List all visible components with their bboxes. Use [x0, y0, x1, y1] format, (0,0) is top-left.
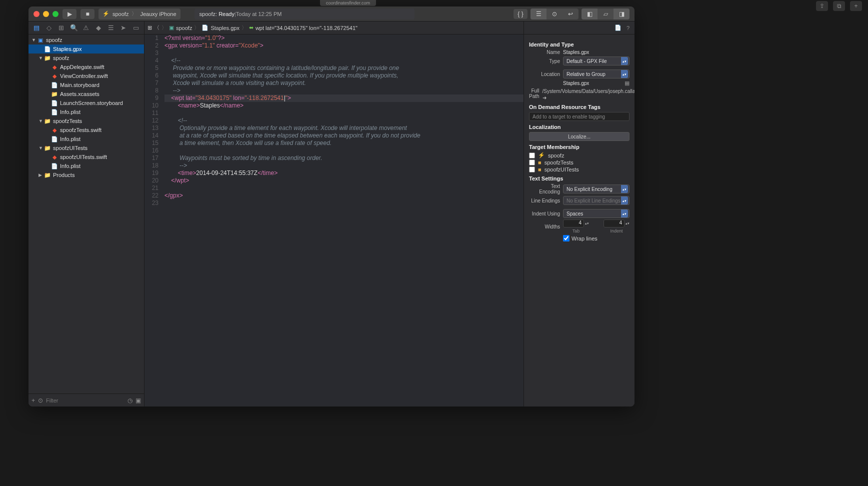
project-navigator-tab[interactable]: ▤ — [32, 24, 41, 32]
assistant-editor-button[interactable]: ⊙ — [546, 8, 562, 20]
tree-item[interactable]: 📄Info.plist — [28, 134, 144, 144]
text-encoding-select[interactable]: No Explicit Encoding▴▾ — [563, 184, 630, 194]
choose-location-icon[interactable]: ▦ — [624, 80, 630, 86]
filter-bar: + ⊙ ◷ ▣ — [28, 394, 144, 406]
tree-item[interactable]: 📁Assets.xcassets — [28, 90, 144, 98]
traffic-lights — [34, 11, 58, 17]
forward-button[interactable]: 〉 — [162, 24, 167, 32]
inspector-tabs: 📄 ? — [524, 22, 634, 34]
reveal-icon[interactable]: ➜ — [542, 95, 546, 100]
xcode-window: ▶ ■ ⚡ spoofz 〉 Jeauxy iPhone spoofz: Rea… — [28, 6, 634, 406]
scheme-selector[interactable]: ⚡ spoofz 〉 Jeauxy iPhone — [98, 8, 180, 20]
titlebar: ▶ ■ ⚡ spoofz 〉 Jeauxy iPhone spoofz: Rea… — [28, 6, 634, 22]
tree-item[interactable]: ◆AppDelegate.swift — [28, 62, 144, 72]
navigator-sidebar: ▤ ◇ ⊞ 🔍 ⚠ ◆ ☰ ➤ ▭ ▼▣spoofz📄Staples.gpx▼📁… — [28, 22, 144, 406]
find-navigator-tab[interactable]: 🔍 — [70, 24, 78, 32]
toggle-left-panel-button[interactable]: ◧ — [582, 8, 598, 20]
tree-item[interactable]: ◆spoofzUITests.swift — [28, 152, 144, 162]
file-inspector-tab[interactable]: 📄 — [614, 24, 622, 31]
recent-icon[interactable]: ◷ — [128, 397, 132, 404]
standard-editor-button[interactable]: ☰ — [530, 8, 546, 20]
target-membership-row[interactable]: ■spoofzUITests — [529, 166, 630, 172]
stop-button[interactable]: ■ — [80, 9, 94, 19]
related-items-icon[interactable]: ⊞ — [148, 24, 152, 31]
zoom-button[interactable] — [52, 11, 58, 17]
filter-icon: ⊙ — [38, 397, 43, 404]
ondemand-tags-input: Add to a target to enable tagging — [529, 112, 630, 121]
toggle-bottom-panel-button[interactable]: ▱ — [598, 8, 614, 20]
jump-bar-file[interactable]: 📄Staples.gpx — [202, 24, 239, 31]
code-editor[interactable]: 1234567891011121314151617181920212223 <?… — [144, 34, 524, 406]
identity-section-header: Identity and Type — [529, 42, 630, 48]
tabs-icon[interactable]: ⧉ — [833, 1, 845, 11]
line-gutter: 1234567891011121314151617181920212223 — [144, 34, 162, 406]
navigator-tabs: ▤ ◇ ⊞ 🔍 ⚠ ◆ ☰ ➤ ▭ — [28, 22, 144, 34]
wrap-lines-checkbox[interactable] — [563, 235, 570, 242]
tree-item[interactable]: 📄Info.plist — [28, 162, 144, 170]
target-checkbox[interactable] — [529, 166, 535, 172]
tree-item[interactable]: ▼📁spoofzTests — [28, 116, 144, 126]
tab-width-field[interactable]: 4 — [563, 220, 584, 228]
target-checkbox[interactable] — [529, 160, 535, 166]
source-control-navigator-tab[interactable]: ◇ — [44, 24, 54, 32]
target-section-header: Target Membership — [529, 144, 630, 150]
tree-item[interactable]: 📄Main.storyboard — [28, 80, 144, 90]
debug-navigator-tab[interactable]: ☰ — [106, 24, 116, 32]
indent-width-stepper[interactable]: ▴▾ — [626, 222, 630, 225]
plus-icon[interactable]: + — [850, 1, 862, 11]
tab-width-stepper[interactable]: ▴▾ — [585, 222, 589, 225]
target-membership-row[interactable]: ■spoofzTests — [529, 160, 630, 166]
file-type-select[interactable]: Default - GPX File▴▾ — [563, 56, 630, 66]
tree-item[interactable]: ▶📁Products — [28, 170, 144, 180]
jump-bar-project[interactable]: ▣spoofz — [169, 24, 192, 31]
scm-icon[interactable]: ▣ — [136, 397, 141, 404]
filter-input[interactable] — [46, 398, 124, 404]
indent-using-select[interactable]: Spaces▴▾ — [563, 209, 630, 218]
run-button[interactable]: ▶ — [62, 9, 76, 19]
breakpoint-navigator-tab[interactable]: ➤ — [119, 24, 128, 32]
code-content[interactable]: <?xml version="1.0"?><gpx version="1.1" … — [162, 34, 524, 406]
tree-item[interactable]: ▼📁spoofzUITests — [28, 144, 144, 152]
version-editor-button[interactable]: ↩ — [562, 8, 578, 20]
back-button[interactable]: 〈 — [154, 24, 160, 32]
report-navigator-tab[interactable]: ▭ — [132, 24, 140, 32]
inspector-panel: 📄 ? Identity and Type Name Staples.gpx T… — [524, 22, 634, 406]
tree-item[interactable]: ◆spoofzTests.swift — [28, 126, 144, 134]
localization-section-header: Localization — [529, 124, 630, 130]
target-membership-row[interactable]: ⚡spoofz — [529, 152, 630, 158]
issue-navigator-tab[interactable]: ⚠ — [82, 24, 90, 32]
minimize-button[interactable] — [43, 11, 49, 17]
add-icon[interactable]: + — [32, 397, 35, 404]
tree-item[interactable]: 📄Info.plist — [28, 108, 144, 116]
background-browser-tab: coordinatesfinder.com — [320, 0, 376, 6]
symbol-navigator-tab[interactable]: ⊞ — [57, 24, 66, 32]
jump-bar[interactable]: ⊞ 〈 〉 ▣spoofz 〉 📄Staples.gpx 〉 ⬌wpt lat=… — [144, 22, 524, 34]
share-icon[interactable]: ⇪ — [816, 1, 828, 11]
target-checkbox[interactable] — [529, 152, 535, 158]
toggle-right-panel-button[interactable]: ◨ — [614, 8, 630, 20]
indent-width-field[interactable]: 4 — [604, 220, 624, 228]
full-path-text: /System/Volumes/Data/Users/joseph.callaw… — [542, 88, 634, 101]
localize-button[interactable]: Localize... — [529, 132, 630, 141]
tree-item[interactable]: 📄Staples.gpx — [28, 44, 144, 54]
location-select[interactable]: Relative to Group▴▾ — [563, 70, 630, 78]
jump-bar-symbol[interactable]: ⬌wpt lat="34.0430175" lon="-118.2672541" — [249, 24, 358, 31]
editor-area: ⊞ 〈 〉 ▣spoofz 〉 📄Staples.gpx 〉 ⬌wpt lat=… — [144, 22, 524, 406]
tree-item[interactable]: ▼▣spoofz — [28, 36, 144, 44]
tree-item[interactable]: ◆ViewController.swift — [28, 72, 144, 80]
file-tree[interactable]: ▼▣spoofz📄Staples.gpx▼📁spoofz◆AppDelegate… — [28, 34, 144, 394]
tree-item[interactable]: 📄LaunchScreen.storyboard — [28, 98, 144, 108]
background-buttons: ⇪ ⧉ + — [816, 1, 862, 11]
test-navigator-tab[interactable]: ◆ — [94, 24, 103, 32]
line-endings-select[interactable]: No Explicit Line Endings▴▾ — [563, 196, 630, 205]
help-inspector-tab[interactable]: ? — [626, 25, 630, 31]
library-button[interactable]: { } — [514, 9, 528, 19]
ondemand-section-header: On Demand Resource Tags — [529, 104, 630, 110]
activity-status: spoofz: Ready | Today at 12:25 PM — [194, 8, 414, 20]
tree-item[interactable]: ▼📁spoofz — [28, 54, 144, 62]
file-name-field[interactable]: Staples.gpx — [563, 50, 630, 55]
text-settings-section-header: Text Settings — [529, 176, 630, 182]
close-button[interactable] — [34, 11, 40, 17]
